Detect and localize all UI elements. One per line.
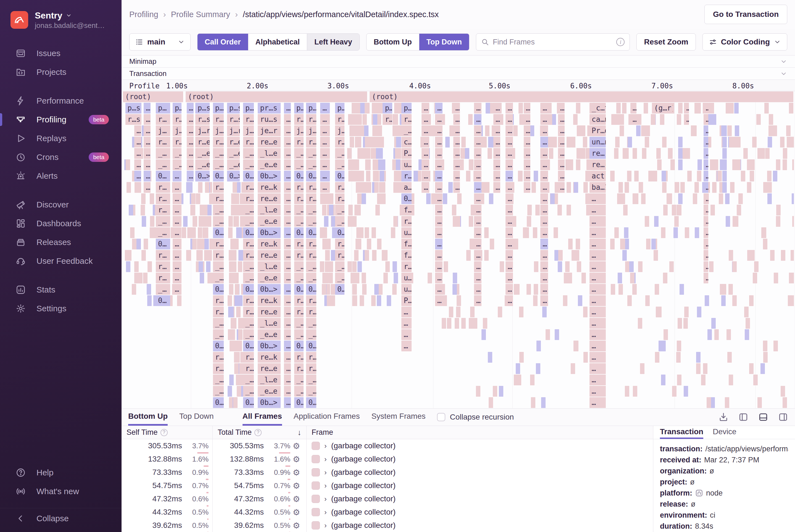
flame-frame[interactable]: … [435, 103, 442, 114]
flame-frame[interactable]: … [173, 261, 182, 272]
flame-sliver[interactable] [377, 295, 381, 306]
flame-frame[interactable]: … [558, 148, 565, 159]
flame-frame[interactable]: r… [306, 114, 316, 125]
flame-sliver[interactable] [625, 261, 629, 272]
flame-sliver[interactable] [672, 386, 677, 397]
flame-sliver[interactable] [792, 273, 794, 283]
flame-frame[interactable]: r… [306, 250, 316, 261]
flame-sliver[interactable] [747, 250, 752, 261]
flame-sliver[interactable] [229, 307, 234, 317]
flame-frame[interactable]: … [284, 284, 291, 295]
flame-sliver[interactable] [717, 171, 722, 182]
flame-frame[interactable]: … [558, 171, 565, 182]
flame-frame[interactable]: … [453, 103, 460, 114]
flame-frame[interactable]: … [173, 182, 182, 193]
sidebar-item-releases[interactable]: Releases [0, 233, 121, 252]
flame-frame[interactable]: … [524, 182, 531, 193]
flame-frame[interactable]: … [474, 227, 481, 238]
flame-sliver[interactable] [726, 216, 730, 227]
flame-frame[interactable]: … [421, 182, 429, 193]
flame-sliver[interactable] [394, 182, 399, 193]
flame-frame[interactable]: r… [306, 295, 316, 306]
flame-sliver[interactable] [645, 216, 649, 227]
flame-sliver[interactable] [350, 137, 354, 148]
flame-sliver[interactable] [234, 205, 239, 215]
flame-sliver[interactable] [228, 227, 232, 238]
flame-sliver[interactable] [523, 227, 527, 238]
flame-frame[interactable]: … [589, 239, 606, 249]
flame-sliver[interactable] [662, 137, 666, 148]
flame-frame[interactable]: _… [213, 261, 224, 272]
flame-frame[interactable]: r… [243, 137, 254, 148]
flame-frame[interactable]: 0… [335, 171, 344, 182]
flame-frame[interactable]: … [284, 318, 291, 329]
flame-sliver[interactable] [571, 250, 576, 261]
flame-frame[interactable]: … [493, 103, 500, 114]
flame-sliver[interactable] [442, 295, 447, 306]
flame-sliver[interactable] [134, 273, 139, 283]
flame-sliver[interactable] [534, 284, 538, 295]
flame-frame[interactable]: r… [335, 114, 344, 125]
flame-frame[interactable]: r… [156, 193, 170, 204]
flame-sliver[interactable] [780, 137, 784, 148]
flame-frame[interactable]: … [506, 193, 513, 204]
flame-frame[interactable]: _… [213, 386, 224, 397]
details-tab-device[interactable]: Device [713, 426, 736, 439]
flame-frame[interactable]: … [134, 148, 141, 159]
flame-sliver[interactable] [414, 171, 418, 182]
flame-sliver[interactable] [710, 159, 714, 170]
flame-sliver[interactable] [207, 205, 212, 215]
flame-frame[interactable]: 0… [243, 171, 254, 182]
flame-frame[interactable]: … [284, 216, 291, 227]
flame-sliver[interactable] [381, 159, 385, 170]
flame-sliver[interactable] [745, 329, 749, 340]
flame-sliver[interactable] [459, 159, 464, 170]
flame-frame[interactable]: … [704, 205, 708, 215]
flame-frame[interactable]: 0… [156, 295, 170, 306]
flame-sliver[interactable] [578, 295, 582, 306]
flame-frame[interactable]: _l…e [258, 318, 281, 329]
flame-frame[interactable]: 0… [306, 341, 316, 352]
flame-frame[interactable]: … [173, 250, 182, 261]
flame-sliver[interactable] [468, 114, 473, 125]
flame-sliver[interactable] [781, 250, 785, 261]
flame-sliver[interactable] [686, 148, 690, 159]
flame-sliver[interactable] [750, 171, 754, 182]
flame-sliver[interactable] [634, 193, 638, 204]
flame-frame[interactable]: … [144, 159, 151, 170]
flame-frame[interactable]: _… [243, 148, 254, 159]
flame-frame[interactable]: … [506, 182, 513, 193]
frame-cell[interactable]: ›(garbage collector) [307, 466, 653, 479]
flame-sliver[interactable] [627, 171, 631, 182]
flame-frame[interactable]: … [284, 159, 291, 170]
flame-frame[interactable]: _… [156, 159, 170, 170]
flame-sliver[interactable] [614, 227, 619, 238]
flame-sliver[interactable] [583, 352, 588, 363]
flame-frame[interactable]: re…e [258, 307, 281, 317]
flame-frame[interactable]: … [320, 148, 329, 159]
flame-frame[interactable]: _…e [195, 159, 209, 170]
gear-icon[interactable]: ⚙ [290, 521, 302, 530]
flame-sliver[interactable] [656, 148, 661, 159]
flame-sliver[interactable] [725, 193, 730, 204]
flame-sliver[interactable] [324, 216, 328, 227]
flame-frame[interactable]: … [284, 239, 291, 249]
flame-sliver[interactable] [469, 159, 473, 170]
frame-cell[interactable]: ›(garbage collector) [307, 506, 653, 519]
flame-sliver[interactable] [377, 126, 382, 136]
flame-sliver[interactable] [558, 250, 563, 261]
flame-sliver[interactable] [202, 216, 207, 227]
flame-sliver[interactable] [517, 375, 521, 385]
flame-sliver[interactable] [235, 284, 239, 295]
flame-sliver[interactable] [769, 114, 773, 125]
flame-frame[interactable]: re…r [589, 148, 606, 159]
flame-sliver[interactable] [371, 295, 376, 306]
expand-chevron-icon[interactable]: › [324, 481, 327, 490]
flame-sliver[interactable] [747, 182, 751, 193]
flame-frame[interactable]: … [284, 126, 291, 136]
flame-frame[interactable]: 0… [306, 171, 316, 182]
flame-frame[interactable]: r… [173, 114, 182, 125]
flame-sliver[interactable] [695, 227, 699, 238]
flame-sliver[interactable] [353, 295, 357, 306]
flame-sliver[interactable] [447, 318, 451, 329]
